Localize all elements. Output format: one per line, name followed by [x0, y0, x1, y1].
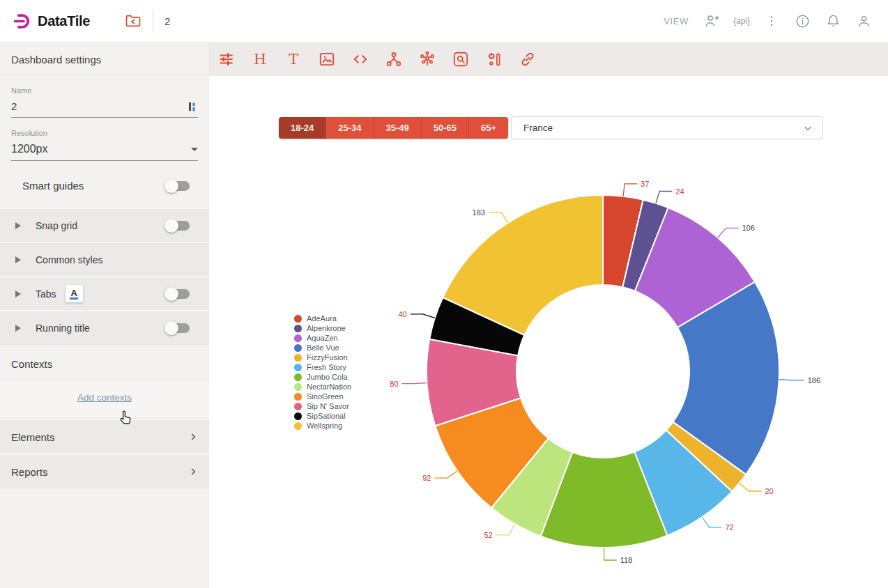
slice-value-label: 186 — [808, 376, 820, 385]
label-connector — [656, 192, 672, 203]
expand-triangle-icon[interactable] — [15, 291, 21, 297]
text-style-icon[interactable]: A — [66, 285, 83, 302]
slice-value-label: 80 — [390, 380, 398, 388]
label-connector — [702, 517, 721, 527]
legend-swatch — [294, 344, 302, 352]
chart-legend: AdeAuraAlpenkroneAquaZenBelle VueFizzyFu… — [294, 314, 351, 431]
legend-label: AdeAura — [307, 314, 337, 323]
legend-label: FizzyFusion — [307, 353, 348, 362]
common-styles-row[interactable]: Common styles — [0, 242, 209, 276]
expand-triangle-icon[interactable] — [15, 325, 21, 332]
label-connector — [402, 383, 427, 384]
sidebar-item-elements[interactable]: Elements — [0, 419, 209, 454]
share-nodes-icon[interactable] — [380, 45, 408, 73]
tune-icon[interactable] — [213, 45, 240, 73]
legend-swatch — [294, 364, 302, 371]
tabs-row[interactable]: Tabs A — [0, 276, 209, 310]
add-contexts-link[interactable]: Add contexts — [77, 392, 132, 403]
slice-value-label: 118 — [620, 556, 633, 564]
datatile-logo[interactable]: DataTile — [14, 12, 90, 31]
legend-label: SipSational — [307, 412, 346, 420]
tabs-label: Tabs — [36, 288, 56, 300]
code-icon[interactable] — [346, 45, 374, 73]
smart-guides-toggle[interactable] — [167, 181, 190, 191]
document-number: 2 — [164, 15, 170, 27]
label-connector — [623, 184, 637, 196]
legend-item[interactable]: Alpenkrone — [294, 323, 351, 333]
name-input[interactable] — [11, 100, 151, 112]
legend-item[interactable]: Sip N' Savor — [294, 401, 351, 411]
heading-icon[interactable]: H — [246, 45, 274, 73]
slice-value-label: 106 — [742, 224, 755, 232]
legend-item[interactable]: Wellspring — [294, 421, 351, 431]
running-title-row[interactable]: Running title — [0, 310, 209, 344]
folder-back-icon[interactable] — [125, 13, 141, 29]
label-connector — [489, 212, 508, 223]
hub-icon[interactable] — [413, 45, 441, 73]
image-icon[interactable] — [313, 45, 341, 73]
main-area: HT 18-2425-3435-4950-6565+ France 372410… — [209, 42, 888, 588]
api-icon[interactable]: {api} — [733, 16, 750, 26]
legend-item[interactable]: Belle Vue — [294, 343, 351, 353]
legend-item[interactable]: AquaZen — [294, 333, 351, 343]
expand-triangle-icon[interactable] — [15, 222, 21, 229]
text-icon[interactable]: T — [280, 45, 307, 73]
label-connector — [434, 471, 457, 478]
slice-value-label: 20 — [765, 487, 774, 495]
legend-item[interactable]: AdeAura — [294, 314, 351, 323]
search-frame-icon[interactable] — [447, 45, 475, 73]
legend-item[interactable]: Jumbo Cola — [294, 372, 351, 382]
snap-grid-row[interactable]: Snap grid — [0, 208, 209, 242]
legend-item[interactable]: Fresh Story — [294, 362, 351, 372]
slice-value-label: 37 — [641, 180, 649, 188]
tabs-toggle[interactable] — [167, 289, 190, 299]
resolution-select[interactable]: 1200px — [11, 139, 198, 161]
slice-value-label: 72 — [725, 523, 733, 532]
expand-triangle-icon[interactable] — [15, 256, 21, 263]
legend-swatch — [294, 422, 302, 430]
more-vertical-icon[interactable] — [763, 12, 781, 30]
elements-label: Elements — [11, 431, 55, 443]
name-field-label: Name — [11, 86, 198, 95]
notifications-icon[interactable] — [824, 12, 842, 30]
app-header: DataTile 2 VIEW {api} — [0, 0, 888, 42]
dashboard-canvas: 18-2425-3435-4950-6565+ France 372410618… — [209, 76, 888, 588]
legend-swatch — [294, 403, 302, 410]
slice-value-label: 24 — [675, 187, 684, 196]
running-title-toggle[interactable] — [167, 323, 190, 333]
legend-label: SinoGreen — [307, 392, 344, 401]
slice-value-label: 92 — [422, 474, 431, 482]
add-contexts-row: Add contexts — [0, 380, 209, 419]
svg-text:H: H — [254, 50, 266, 67]
sidebar: Dashboard settings Name Resolution 1200p… — [0, 42, 209, 588]
view-button[interactable]: VIEW — [664, 16, 689, 26]
account-icon[interactable] — [855, 12, 873, 30]
legend-swatch — [294, 412, 302, 420]
legend-label: Fresh Story — [307, 363, 346, 371]
legend-swatch — [294, 354, 302, 362]
add-user-icon[interactable] — [703, 12, 721, 30]
link-icon[interactable] — [514, 45, 542, 73]
legend-swatch — [294, 393, 302, 401]
sidebar-item-reports[interactable]: Reports — [0, 454, 209, 488]
legend-item[interactable]: FizzyFusion — [294, 353, 351, 362]
legend-label: Sip N' Savor — [307, 402, 349, 410]
chevron-right-icon — [188, 467, 198, 477]
info-icon[interactable] — [793, 12, 811, 30]
reports-label: Reports — [11, 466, 48, 478]
text-style-letter: A — [70, 288, 77, 300]
slice-value-label: 52 — [484, 531, 492, 539]
legend-label: Alpenkrone — [307, 324, 346, 332]
chevron-down-icon — [191, 148, 198, 151]
snap-grid-toggle[interactable] — [167, 221, 190, 231]
logo-text: DataTile — [38, 13, 90, 29]
widget-settings-icon[interactable] — [480, 45, 508, 73]
legend-item[interactable]: SipSational — [294, 411, 351, 421]
legend-item[interactable]: SinoGreen — [294, 392, 351, 401]
slice-value-label: 183 — [473, 208, 485, 217]
insert-chart-icon[interactable] — [187, 101, 198, 112]
legend-item[interactable]: NectarNation — [294, 382, 351, 392]
contexts-title: Contexts — [0, 344, 209, 380]
running-title-label: Running title — [36, 323, 90, 334]
sidebar-title: Dashboard settings — [0, 42, 209, 75]
